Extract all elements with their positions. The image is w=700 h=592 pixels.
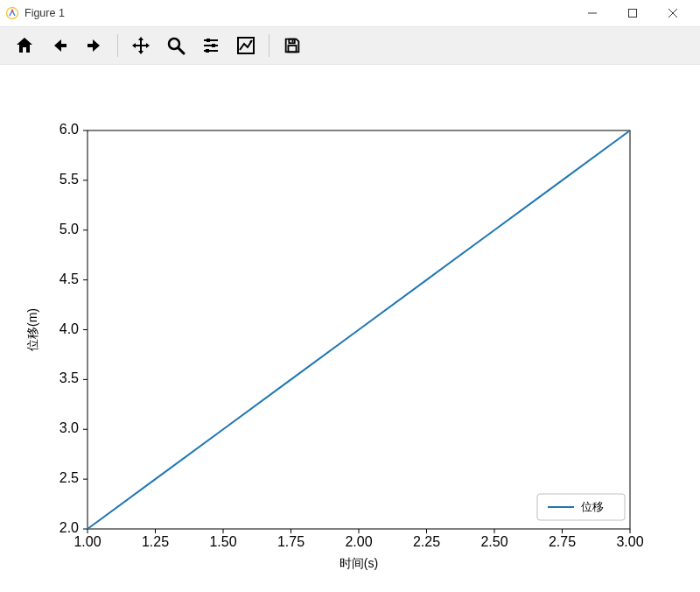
home-button[interactable] bbox=[9, 30, 40, 61]
y-tick-label: 3.0 bbox=[60, 420, 79, 435]
title-bar: Figure 1 bbox=[0, 0, 700, 26]
y-tick-label: 3.5 bbox=[60, 370, 79, 385]
minimize-button[interactable] bbox=[572, 0, 612, 26]
window-title: Figure 1 bbox=[24, 7, 65, 19]
pan-button[interactable] bbox=[125, 30, 157, 61]
y-tick-label: 5.5 bbox=[60, 172, 79, 187]
x-tick-label: 2.50 bbox=[480, 534, 508, 549]
y-tick-label: 6.0 bbox=[60, 122, 79, 137]
toolbar-separator bbox=[117, 34, 118, 57]
close-button[interactable] bbox=[653, 0, 693, 26]
y-axis-label: 位移(m) bbox=[25, 308, 39, 351]
forward-button[interactable] bbox=[79, 30, 110, 61]
save-button[interactable] bbox=[276, 30, 308, 61]
svg-rect-16 bbox=[288, 46, 296, 52]
x-tick-label: 1.50 bbox=[209, 534, 236, 549]
chart: 1.001.251.501.752.002.252.502.753.002.02… bbox=[0, 65, 700, 592]
x-tick-label: 1.75 bbox=[277, 534, 304, 549]
toolbar-separator bbox=[269, 34, 270, 57]
plot-area[interactable]: 1.001.251.501.752.002.252.502.753.002.02… bbox=[0, 65, 700, 592]
y-tick-label: 4.0 bbox=[60, 321, 79, 336]
y-tick-label: 4.5 bbox=[60, 271, 79, 286]
configure-subplots-button[interactable] bbox=[195, 30, 227, 61]
y-tick-label: 2.0 bbox=[60, 520, 79, 535]
x-tick-label: 1.25 bbox=[142, 534, 169, 549]
svg-line-7 bbox=[178, 48, 184, 53]
toolbar bbox=[0, 26, 700, 65]
x-tick-label: 1.00 bbox=[74, 534, 101, 549]
x-tick-label: 2.75 bbox=[549, 534, 576, 549]
x-tick-label: 2.25 bbox=[413, 534, 440, 549]
svg-rect-9 bbox=[206, 39, 210, 42]
zoom-button[interactable] bbox=[160, 30, 192, 61]
edit-axes-button[interactable] bbox=[230, 30, 262, 61]
app-icon bbox=[5, 6, 19, 20]
line-series bbox=[88, 130, 630, 529]
legend-label: 位移 bbox=[581, 500, 604, 513]
maximize-button[interactable] bbox=[612, 0, 653, 26]
svg-point-1 bbox=[11, 10, 13, 11]
x-axis-label: 时间(s) bbox=[340, 556, 378, 570]
svg-rect-11 bbox=[212, 44, 215, 47]
x-tick-label: 2.00 bbox=[345, 534, 372, 549]
svg-rect-3 bbox=[629, 10, 637, 18]
y-tick-label: 2.5 bbox=[60, 470, 79, 485]
back-button[interactable] bbox=[44, 30, 75, 61]
svg-rect-13 bbox=[206, 49, 209, 53]
y-tick-label: 5.0 bbox=[60, 222, 79, 236]
x-tick-label: 3.00 bbox=[616, 534, 643, 549]
